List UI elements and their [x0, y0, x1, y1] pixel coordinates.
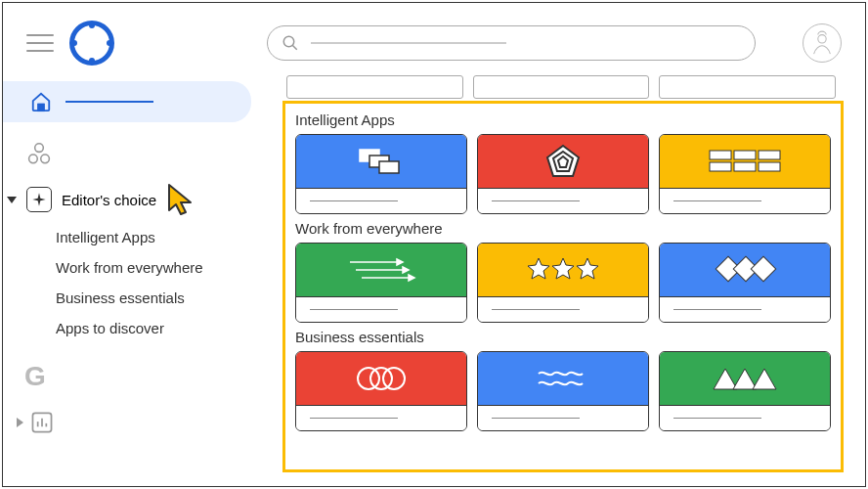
cursor-icon — [165, 181, 200, 220]
svg-marker-36 — [733, 369, 757, 389]
sidebar-item-analytics[interactable] — [17, 410, 251, 435]
grid-icon — [706, 147, 784, 176]
filter-tab[interactable] — [286, 75, 463, 99]
sidebar-item-work-everywhere[interactable]: Work from everywhere — [56, 252, 251, 283]
svg-rect-31 — [751, 256, 775, 281]
waves-icon — [529, 364, 597, 393]
svg-rect-21 — [734, 162, 756, 171]
svg-rect-18 — [734, 151, 756, 159]
section-title: Intelligent Apps — [295, 111, 831, 128]
svg-point-2 — [818, 35, 826, 43]
svg-rect-3 — [38, 105, 44, 111]
app-card[interactable] — [295, 351, 467, 431]
menu-icon[interactable] — [26, 34, 54, 52]
app-card[interactable] — [295, 243, 467, 323]
nav-label-line — [65, 101, 153, 103]
stack-icon — [352, 144, 411, 179]
logo-icon — [69, 21, 114, 66]
svg-point-34 — [383, 368, 405, 389]
svg-rect-17 — [710, 151, 731, 159]
rings-icon — [347, 364, 415, 393]
search-input[interactable] — [267, 25, 756, 61]
svg-rect-22 — [759, 162, 780, 171]
sidebar-item-label: Apps to discover — [56, 320, 164, 336]
app-card[interactable] — [659, 243, 831, 323]
google-icon[interactable]: G — [24, 361, 251, 392]
pentagon-icon — [543, 142, 583, 181]
section-title: Work from everywhere — [295, 220, 831, 237]
svg-marker-24 — [397, 259, 403, 265]
app-card[interactable] — [477, 351, 649, 431]
app-card[interactable] — [659, 351, 831, 431]
svg-point-0 — [283, 36, 294, 47]
svg-marker-26 — [403, 267, 409, 273]
diamonds-icon — [706, 255, 784, 285]
sidebar-item-home[interactable] — [3, 81, 251, 122]
svg-point-33 — [370, 368, 392, 389]
app-card[interactable] — [295, 134, 467, 214]
sidebar-item-apps-discover[interactable]: Apps to discover — [56, 313, 251, 343]
stars-icon — [524, 255, 602, 285]
sidebar-item-label: Work from everywhere — [56, 259, 203, 276]
app-card[interactable] — [659, 134, 831, 214]
app-card[interactable] — [477, 243, 649, 323]
filter-tab[interactable] — [473, 75, 650, 99]
svg-marker-37 — [753, 369, 776, 389]
chevron-down-icon — [7, 197, 17, 203]
sidebar-item-business-essentials[interactable]: Business essentials — [56, 283, 251, 313]
svg-marker-28 — [409, 275, 414, 281]
filter-tab[interactable] — [659, 75, 836, 99]
bar-chart-icon — [29, 410, 55, 435]
svg-line-1 — [292, 45, 297, 50]
main-content: Intelligent Apps Work from everywhere Bu… — [282, 101, 844, 472]
svg-point-32 — [358, 368, 379, 389]
sidebar-item-editors-choice[interactable]: Editor's choice — [7, 187, 251, 212]
svg-marker-35 — [714, 369, 737, 389]
sparkle-icon — [26, 187, 52, 212]
sidebar-item-intelligent-apps[interactable]: Intelligent Apps — [56, 222, 251, 252]
arrows-icon — [342, 252, 420, 288]
section-title: Business essentials — [295, 329, 831, 345]
triangles-icon — [706, 364, 784, 393]
chevron-right-icon — [17, 418, 23, 427]
svg-point-5 — [29, 155, 38, 163]
search-placeholder-line — [311, 42, 506, 44]
svg-rect-13 — [379, 161, 399, 173]
svg-point-6 — [41, 155, 50, 163]
sidebar-item-label: Business essentials — [56, 289, 185, 306]
svg-rect-20 — [710, 162, 731, 171]
app-card[interactable] — [477, 134, 649, 214]
svg-rect-19 — [759, 151, 780, 159]
svg-point-4 — [35, 144, 44, 153]
avatar[interactable] — [803, 23, 842, 63]
apps-icon[interactable] — [26, 142, 52, 167]
editors-choice-label: Editor's choice — [62, 192, 156, 208]
sidebar-item-label: Intelligent Apps — [56, 229, 155, 245]
